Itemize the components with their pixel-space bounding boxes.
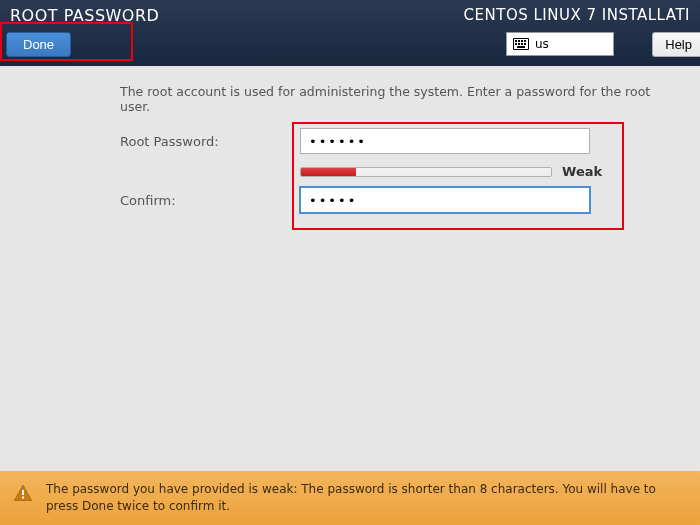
password-strength-fill bbox=[301, 168, 356, 176]
confirm-password-label: Confirm: bbox=[120, 193, 300, 208]
done-highlight: Done bbox=[0, 22, 133, 61]
password-form: Root Password: Weak Confirm: bbox=[120, 128, 680, 213]
header-bar: ROOT PASSWORD Done CENTOS LINUX 7 INSTAL… bbox=[0, 0, 700, 66]
help-button[interactable]: Help bbox=[652, 32, 700, 57]
svg-rect-9 bbox=[524, 43, 526, 45]
keyboard-layout-selector[interactable]: us bbox=[506, 32, 614, 56]
svg-rect-12 bbox=[22, 490, 24, 495]
svg-rect-7 bbox=[518, 43, 520, 45]
keyboard-icon bbox=[513, 38, 529, 50]
svg-rect-8 bbox=[521, 43, 523, 45]
svg-rect-3 bbox=[518, 40, 520, 42]
confirm-password-input[interactable] bbox=[300, 187, 590, 213]
svg-rect-4 bbox=[521, 40, 523, 42]
svg-rect-6 bbox=[515, 43, 517, 45]
instruction-text: The root account is used for administeri… bbox=[120, 84, 680, 114]
warning-bar: The password you have provided is weak: … bbox=[0, 471, 700, 525]
keyboard-layout-label: us bbox=[535, 37, 549, 51]
root-password-label: Root Password: bbox=[120, 134, 300, 149]
root-password-input[interactable] bbox=[300, 128, 590, 154]
main-content: The root account is used for administeri… bbox=[0, 66, 700, 471]
warning-text: The password you have provided is weak: … bbox=[46, 482, 656, 513]
installer-title: CENTOS LINUX 7 INSTALLATI bbox=[464, 6, 690, 24]
password-strength-meter bbox=[300, 167, 552, 177]
done-button[interactable]: Done bbox=[6, 32, 71, 57]
password-strength-label: Weak bbox=[562, 164, 602, 179]
svg-rect-5 bbox=[524, 40, 526, 42]
svg-rect-2 bbox=[515, 40, 517, 42]
svg-rect-13 bbox=[22, 497, 24, 499]
svg-rect-10 bbox=[517, 46, 525, 48]
warning-icon bbox=[14, 485, 32, 501]
